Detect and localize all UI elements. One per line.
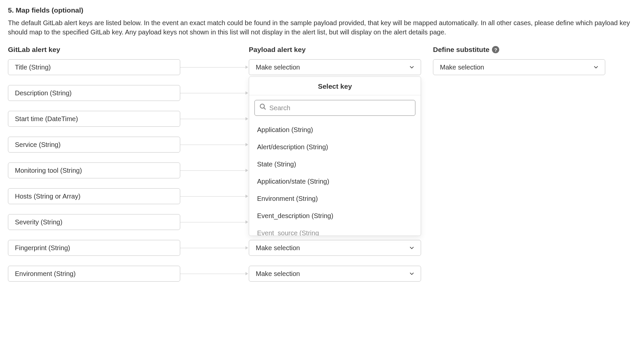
gitlab-key-field: Monitoring tool (String): [8, 162, 180, 178]
mapping-arrow: [180, 214, 249, 230]
svg-line-1: [264, 108, 266, 110]
gitlab-key-field: Start time (DateTime): [8, 111, 180, 127]
section-description: The default GitLab alert keys are listed…: [8, 18, 636, 37]
chevron-down-icon: [409, 65, 414, 69]
payload-key-select[interactable]: Make selection: [249, 59, 421, 75]
dropdown-option[interactable]: Application/state (String): [249, 173, 421, 190]
mapping-arrow: [180, 162, 249, 178]
chevron-down-icon: [594, 65, 598, 69]
gitlab-key-field: Title (String): [8, 59, 180, 75]
gitlab-key-field: Description (String): [8, 85, 180, 101]
payload-key-select[interactable]: Make selection: [249, 266, 421, 282]
mapping-row: Environment (String) Make selection: [8, 266, 636, 282]
dropdown-option[interactable]: State (String): [249, 156, 421, 173]
gitlab-key-field: Fingerprint (String): [8, 240, 180, 256]
column-title-payload: Payload alert key: [249, 45, 421, 54]
dropdown-search-input[interactable]: [269, 104, 410, 112]
chevron-down-icon: [409, 246, 414, 250]
columns-header: GitLab alert key Payload alert key Defin…: [8, 45, 636, 54]
gitlab-key-field: Service (String): [8, 137, 180, 153]
mapping-arrow: [180, 85, 249, 101]
mapping-row: Title (String) Make selection Make selec…: [8, 59, 636, 75]
dropdown-option[interactable]: Event_description (String): [249, 207, 421, 224]
gitlab-key-field: Severity (String): [8, 214, 180, 230]
gitlab-key-field: Environment (String): [8, 266, 180, 282]
substitute-select[interactable]: Make selection: [433, 59, 605, 75]
dropdown-option[interactable]: Application (String): [249, 121, 421, 138]
gitlab-key-field: Hosts (String or Array): [8, 188, 180, 204]
section-heading: 5. Map fields (optional): [8, 5, 636, 15]
mapping-arrow: [180, 59, 249, 75]
mapping-arrow: [180, 137, 249, 153]
dropdown-search[interactable]: [254, 100, 415, 116]
dropdown-option[interactable]: Alert/description (String): [249, 138, 421, 156]
mapping-arrow: [180, 111, 249, 127]
column-title-substitute: Define substitute ?: [433, 45, 605, 54]
help-icon[interactable]: ?: [492, 46, 499, 53]
payload-key-select[interactable]: Make selection: [249, 240, 421, 256]
svg-point-0: [260, 104, 265, 109]
dropdown-option[interactable]: Environment (String): [249, 190, 421, 207]
chevron-down-icon: [409, 271, 414, 276]
payload-key-dropdown: Select key Application (String) Alert/de…: [249, 76, 421, 236]
mapping-arrow: [180, 188, 249, 204]
mapping-arrow: [180, 240, 249, 256]
mapping-row: Fingerprint (String) Make selection: [8, 240, 636, 256]
dropdown-title: Select key: [249, 77, 421, 95]
mapping-arrow: [180, 266, 249, 282]
dropdown-option[interactable]: Event_source (String: [249, 224, 421, 236]
column-title-substitute-label: Define substitute: [433, 45, 489, 54]
column-title-gitlab: GitLab alert key: [8, 45, 180, 54]
dropdown-options: Application (String) Alert/description (…: [249, 118, 421, 236]
search-icon: [259, 103, 266, 113]
